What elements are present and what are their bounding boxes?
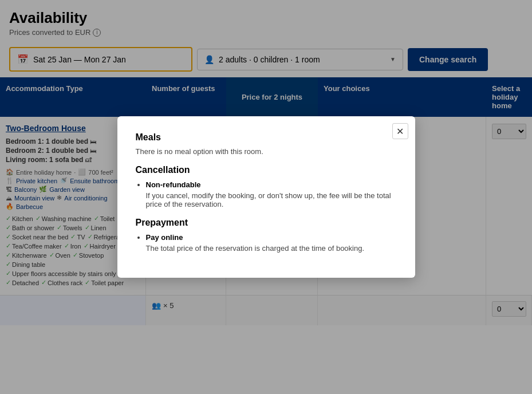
prepayment-item-title: Pay online xyxy=(146,233,397,242)
modal-cancellation-item: Non-refundable If you cancel, modify the… xyxy=(146,180,397,208)
modal-dialog: ✕ Meals There is no meal option with thi… xyxy=(117,116,415,278)
modal-close-button[interactable]: ✕ xyxy=(392,123,408,139)
cancellation-item-title: Non-refundable xyxy=(146,180,397,189)
modal-cancellation-section: Cancellation Non-refundable If you cance… xyxy=(136,165,397,208)
modal-prepayment-list: Pay online The total price of the reserv… xyxy=(136,233,397,253)
modal-cancellation-title: Cancellation xyxy=(136,165,397,175)
prepayment-item-text: The total price of the reservation is ch… xyxy=(146,244,397,253)
modal-prepayment-title: Prepayment xyxy=(136,218,397,228)
modal-cancellation-list: Non-refundable If you cancel, modify the… xyxy=(136,180,397,208)
page-wrapper: Availability Prices converted to EUR i 📅… xyxy=(0,0,532,394)
modal-meals-title: Meals xyxy=(136,132,397,143)
modal-overlay: ✕ Meals There is no meal option with thi… xyxy=(0,0,532,394)
modal-prepayment-item: Pay online The total price of the reserv… xyxy=(146,233,397,253)
modal-prepayment-section: Prepayment Pay online The total price of… xyxy=(136,218,397,253)
cancellation-item-text: If you cancel, modify the booking, or do… xyxy=(146,191,397,208)
modal-meals-text: There is no meal option with this room. xyxy=(136,147,397,156)
modal-meals-section: Meals There is no meal option with this … xyxy=(136,132,397,156)
